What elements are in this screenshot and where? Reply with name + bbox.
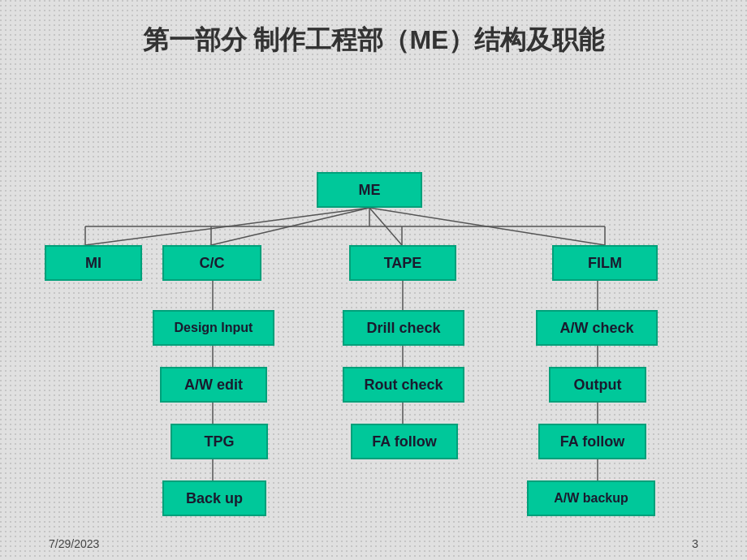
svg-line-3 — [369, 208, 605, 245]
node-aw-check: A/W check — [536, 310, 658, 346]
node-film: FILM — [552, 245, 658, 281]
slide: 第一部分 制作工程部（ME）结构及职能 — [0, 0, 747, 560]
footer-page: 3 — [692, 537, 698, 550]
org-chart: ME MI C/C TAPE FILM Design Input A/W edi… — [0, 67, 747, 529]
node-tape: TAPE — [349, 245, 456, 281]
node-fa-follow-1: FA follow — [351, 424, 458, 459]
node-design-input: Design Input — [153, 310, 274, 346]
node-aw-edit: A/W edit — [160, 367, 267, 403]
node-me: ME — [317, 172, 422, 208]
node-cc: C/C — [162, 245, 261, 281]
connector-lines — [0, 67, 747, 529]
svg-line-0 — [85, 208, 369, 245]
node-output: Output — [549, 367, 646, 403]
node-drill-check: Drill check — [343, 310, 464, 346]
node-backup: Back up — [162, 480, 266, 516]
slide-title: 第一部分 制作工程部（ME）结构及职能 — [0, 0, 747, 67]
node-fa-follow-2: FA follow — [538, 424, 646, 459]
node-tpg: TPG — [171, 424, 268, 459]
node-aw-backup: A/W backup — [527, 480, 655, 516]
svg-line-2 — [369, 208, 402, 245]
footer-date: 7/29/2023 — [49, 537, 99, 550]
node-rout-check: Rout check — [343, 367, 464, 403]
svg-line-1 — [211, 208, 369, 245]
node-mi: MI — [45, 245, 142, 281]
